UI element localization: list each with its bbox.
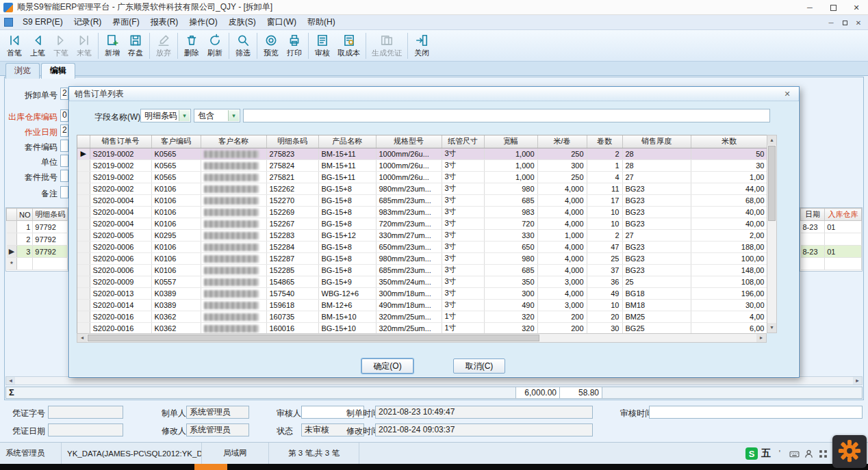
cell-规格型号[interactable]: 685mm/23um...: [376, 264, 442, 276]
cell-销售订单号[interactable]: S2019-0002: [90, 171, 151, 183]
hscroll-thumb[interactable]: [88, 335, 539, 341]
mdi-close-icon[interactable]: ✕: [852, 19, 865, 27]
cell-产品名称[interactable]: BG-15+9: [318, 276, 376, 287]
form-input-3[interactable]: 2: [60, 125, 68, 137]
row-selector[interactable]: [77, 276, 90, 287]
sales-order-row[interactable]: S2019-0002K0565275821BG-15+111000mm/26u.…: [77, 171, 767, 183]
cell-米/卷[interactable]: 1,000: [537, 229, 587, 241]
cell-卷数[interactable]: 36: [587, 276, 622, 287]
cell-规格型号[interactable]: 320mm/25um...: [376, 322, 442, 333]
cell-产品名称[interactable]: BG-15+8: [318, 264, 376, 276]
cell-宽幅[interactable]: 650: [484, 241, 537, 252]
cell-产品名称[interactable]: BG-15+8: [318, 241, 376, 252]
row-selector[interactable]: [77, 206, 90, 218]
cell-客户编码[interactable]: K0389: [151, 299, 201, 311]
cell-销售厚度[interactable]: BG23: [622, 241, 691, 252]
footer-input[interactable]: [48, 406, 123, 419]
column-header-规格型号[interactable]: 规格型号: [376, 135, 442, 148]
row-selector[interactable]: [77, 311, 90, 322]
table-row[interactable]: 297792: [7, 233, 68, 246]
row-selector[interactable]: [77, 264, 90, 276]
cell-明细条码[interactable]: 275823: [266, 148, 318, 159]
cell-宽幅[interactable]: 983: [484, 206, 537, 218]
cell-客户名称[interactable]: [201, 252, 266, 264]
tab-browse[interactable]: 浏览: [5, 63, 40, 79]
cell-销售厚度[interactable]: BG23: [622, 194, 691, 206]
cell-米数[interactable]: 50: [691, 148, 767, 159]
cell-销售厚度[interactable]: 25: [622, 276, 691, 287]
close-icon[interactable]: ✕: [845, 0, 868, 15]
punctuation-icon[interactable]: ': [774, 448, 785, 459]
cell-米数[interactable]: 188,00: [691, 241, 767, 252]
user-icon[interactable]: [803, 448, 814, 459]
dialog-grid-vscrollbar[interactable]: ▴ ▾: [767, 135, 777, 333]
cell-客户编码[interactable]: K0362: [151, 322, 201, 333]
column-header[interactable]: 明细条码: [33, 209, 68, 221]
sales-order-row[interactable]: S2020-0004K0106152270BG-15+8685mm/23um..…: [77, 194, 767, 206]
table-cell[interactable]: 01: [825, 246, 862, 258]
cell-销售厚度[interactable]: BG23: [622, 252, 691, 264]
form-input-6[interactable]: [60, 170, 68, 182]
cell-米数[interactable]: 148,00: [691, 264, 767, 276]
cell-宽幅[interactable]: 980: [484, 183, 537, 194]
cell-纸管尺寸[interactable]: 3寸: [442, 229, 484, 241]
detail-grid-left-fragment[interactable]: NO明细条码197792297792▶397792*: [5, 207, 68, 272]
scroll-right-icon[interactable]: ▸: [853, 377, 862, 384]
sales-order-row[interactable]: S2020-0004K0106152269BG-15+8983mm/23um..…: [77, 206, 767, 218]
cell-产品名称[interactable]: BG-15+8: [318, 206, 376, 218]
row-selector[interactable]: ▶: [77, 148, 90, 159]
column-header-米数[interactable]: 米数: [691, 135, 767, 148]
cell-宽幅[interactable]: 320: [484, 311, 537, 322]
cell-销售订单号[interactable]: S2020-0004: [90, 218, 151, 229]
cell-客户编码[interactable]: K0106: [151, 194, 201, 206]
cell-米/卷[interactable]: 4,000: [537, 252, 587, 264]
cell-米数[interactable]: 40,00: [691, 218, 767, 229]
cell-纸管尺寸[interactable]: 3寸: [442, 183, 484, 194]
cell-卷数[interactable]: 4: [587, 171, 622, 183]
cell-米数[interactable]: 1,00: [691, 171, 767, 183]
menu-item-6[interactable]: 皮肤(S): [223, 16, 261, 28]
column-header-客户编码[interactable]: 客户编码: [151, 135, 201, 148]
cell-米数[interactable]: 40,00: [691, 206, 767, 218]
mdi-minimize-icon[interactable]: ─: [824, 19, 838, 27]
cell-客户编码[interactable]: K0106: [151, 206, 201, 218]
cell-销售订单号[interactable]: S2020-0006: [90, 241, 151, 252]
cell-明细条码[interactable]: 275821: [266, 171, 318, 183]
ok-button[interactable]: 确定(O): [361, 358, 413, 374]
scroll-right-icon[interactable]: ▸: [756, 334, 766, 342]
row-selector[interactable]: [77, 171, 90, 183]
table-cell[interactable]: *: [7, 258, 17, 270]
cell-产品名称[interactable]: BG-15+10: [318, 322, 376, 333]
cell-卷数[interactable]: 47: [587, 241, 622, 252]
cell-米/卷[interactable]: 4,000: [537, 241, 587, 252]
menu-item-7[interactable]: 窗口(W): [261, 16, 302, 28]
sales-order-row[interactable]: S2020-0002K0106152262BG-15+8980mm/23um..…: [77, 183, 767, 194]
menu-item-5[interactable]: 操作(O): [183, 16, 222, 28]
cell-明细条码[interactable]: 152262: [266, 183, 318, 194]
cell-米/卷[interactable]: 4,000: [537, 287, 587, 299]
cell-米/卷[interactable]: 4,000: [537, 206, 587, 218]
cell-销售厚度[interactable]: BG23: [622, 264, 691, 276]
cell-销售厚度[interactable]: BG23: [622, 183, 691, 194]
row-selector[interactable]: [77, 159, 90, 171]
sales-order-row[interactable]: ▶S2019-0002K0565275823BM-15+111000mm/26u…: [77, 148, 767, 159]
table-cell[interactable]: 3: [17, 246, 33, 258]
cell-明细条码[interactable]: 160735: [266, 311, 318, 322]
cell-客户编码[interactable]: K0106: [151, 218, 201, 229]
cell-客户名称[interactable]: [201, 159, 266, 171]
cell-销售订单号[interactable]: S2020-0006: [90, 264, 151, 276]
dialog-close-icon[interactable]: ✕: [781, 90, 793, 99]
tab-edit[interactable]: 编辑: [41, 63, 75, 79]
row-selector[interactable]: [77, 218, 90, 229]
cell-产品名称[interactable]: BG-15+8: [318, 218, 376, 229]
column-header[interactable]: 日期: [801, 209, 825, 221]
cell-销售厚度[interactable]: BG18: [622, 287, 691, 299]
column-header-销售厚度[interactable]: 销售厚度: [622, 135, 691, 148]
cell-米数[interactable]: 6,00: [691, 322, 767, 333]
cell-米/卷[interactable]: 300: [537, 159, 587, 171]
table-row[interactable]: 197792: [7, 221, 68, 233]
table-cell[interactable]: 8-23: [801, 246, 825, 258]
cell-客户名称[interactable]: [201, 322, 266, 333]
cell-米数[interactable]: 196,00: [691, 287, 767, 299]
cell-规格型号[interactable]: 1000mm/26u...: [376, 148, 442, 159]
